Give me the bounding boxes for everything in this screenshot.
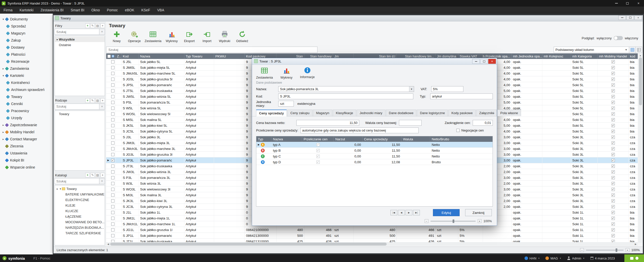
sidebar-item[interactable]: Płatności [0, 51, 53, 58]
mobilny-handel-checkbox[interactable]: ✓ [612, 124, 615, 127]
column-header[interactable]: PKWiU [214, 53, 245, 59]
delete-icon[interactable]: ▤ [95, 23, 100, 28]
mobilny-handel-checkbox[interactable]: ✓ [612, 176, 615, 179]
user-menu[interactable]: Admin ▼ [567, 256, 585, 260]
column-settings-button[interactable] [629, 47, 636, 53]
row-checkbox[interactable] [111, 211, 114, 214]
menu-item[interactable]: KSeF [138, 7, 154, 13]
row-checkbox[interactable] [111, 188, 114, 191]
row-checkbox[interactable] [111, 205, 114, 208]
zoom-slider-thumb[interactable] [616, 248, 617, 252]
list-item[interactable]: MOCOWANIE DO BETO... [55, 219, 105, 225]
column-header[interactable]: Waluta [401, 136, 430, 142]
list-item[interactable]: TARCZE SZLIFIERSKIE [55, 230, 105, 236]
window-maximize-button[interactable] [626, 15, 634, 20]
list-item[interactable]: NARZĘDZIA BUDOWLA... [55, 225, 105, 230]
row-checkbox[interactable] [111, 234, 114, 237]
mobilny-handel-checkbox[interactable]: ✓ [612, 60, 615, 63]
clear-search-icon[interactable]: × [99, 178, 105, 184]
menu-item[interactable]: Kartoteki [16, 7, 37, 13]
mobilny-handel-checkbox[interactable]: ✓ [612, 193, 615, 197]
nazwa-combobox[interactable]: Sok jabłko-pomarańcza 3L ▼ [278, 86, 414, 92]
mobilny-handel-checkbox[interactable]: ✓ [612, 107, 615, 110]
sidebar-item[interactable]: Zlecenia [0, 143, 53, 150]
toolbar-button-operacje[interactable]: Operacje [126, 30, 143, 46]
select-all-checkbox[interactable] [107, 55, 111, 58]
row-checkbox[interactable] [111, 95, 114, 98]
support-panel[interactable] [624, 254, 644, 262]
sidebar-item[interactable]: Ustawienia [0, 150, 53, 157]
row-checkbox[interactable] [111, 107, 114, 110]
prev-record-icon[interactable]: ◀ [398, 210, 405, 215]
tab-kody-paskowe[interactable]: Kody paskowe [448, 110, 476, 116]
sidebar-item[interactable]: Cenniki [0, 100, 53, 107]
zoom-out-button[interactable]: − [580, 248, 584, 252]
price-row[interactable]: ▶Atyp A✓0,0011,50Netto [256, 142, 493, 148]
rounding-field[interactable]: 0,01 [473, 120, 493, 126]
pin-icon[interactable]: ⌖ [100, 98, 105, 103]
sidebar-item[interactable]: Pracownicy [0, 107, 53, 114]
kod-field[interactable]: S JP3L [278, 93, 413, 99]
horizontal-scrollbar[interactable]: ◀ ▶ [106, 242, 638, 246]
chevron-down-icon[interactable]: ▾ [2, 18, 5, 21]
table-row[interactable]: S JP1LSok jabłko-pomarańcArtykuł08642130… [106, 233, 638, 239]
toolbar-button-wykresy[interactable]: Wykresy [163, 30, 181, 46]
zoom-slider-thumb[interactable] [453, 219, 454, 223]
sidebar-item[interactable]: Urzędy [0, 114, 53, 121]
mobilny-handel-checkbox[interactable]: ✓ [612, 188, 615, 191]
typ-field[interactable]: artykuł [430, 93, 493, 99]
row-checkbox[interactable] [111, 83, 114, 87]
tab-pola-w-asne[interactable]: Pola własne [497, 110, 521, 116]
mobilny-handel-checkbox[interactable]: ✓ [612, 136, 615, 139]
column-filter-button[interactable] [636, 47, 642, 53]
tab-magazyn[interactable]: Magazyn [313, 110, 332, 116]
column-header[interactable]: mh Kolejnosc [542, 53, 571, 59]
filtry-search-input[interactable] [55, 29, 99, 35]
column-header[interactable]: Przeliczanie cen [302, 136, 334, 142]
menu-item[interactable]: Smart BI [67, 7, 88, 13]
row-checkbox[interactable] [111, 118, 114, 121]
mobilny-handel-checkbox[interactable]: ✓ [612, 165, 615, 168]
mobilny-handel-checkbox[interactable]: ✓ [612, 112, 615, 116]
add-icon[interactable]: + [85, 23, 90, 28]
delete-icon[interactable]: ▤ [95, 98, 100, 103]
mobilny-handel-checkbox[interactable]: ✓ [612, 83, 615, 87]
menu-item[interactable]: VBA [154, 7, 168, 13]
mobilny-handel-checkbox[interactable]: ✓ [612, 182, 615, 185]
row-checkbox[interactable] [111, 217, 114, 220]
list-item[interactable]: KLEJE [55, 203, 105, 208]
toolbar-button-nowy[interactable]: Nowy [108, 30, 126, 46]
dialog-close-button[interactable]: × [488, 59, 496, 64]
sidebar-item[interactable]: Dostawy [0, 44, 53, 51]
zoom-out-button[interactable]: − [425, 219, 428, 223]
list-item[interactable]: ELEKTRYCZNE [55, 197, 105, 203]
row-checkbox[interactable]: ✓ [111, 159, 114, 162]
list-item[interactable]: Ostatnie [55, 42, 105, 48]
row-checkbox[interactable] [111, 89, 114, 92]
menu-item[interactable]: Firma [0, 7, 16, 13]
row-checkbox[interactable] [111, 112, 114, 116]
tab-ceny-sprzeda-y[interactable]: Ceny sprzedaży [256, 110, 287, 116]
toolbar-button-eksport[interactable]: Eksport [181, 30, 198, 46]
column-header[interactable]: Nazwa [139, 53, 184, 59]
mobilny-handel-checkbox[interactable]: ✓ [612, 199, 615, 203]
scroll-left-icon[interactable]: ◀ [106, 243, 110, 245]
mobilny-handel-checkbox[interactable]: ✓ [612, 78, 615, 81]
dialog-minimize-button[interactable] [472, 59, 480, 64]
sidebar-item[interactable]: Zakup [0, 37, 53, 44]
sidebar-item[interactable]: ▾Dokumenty [0, 16, 53, 23]
mobilny-handel-checkbox[interactable]: ✓ [612, 222, 615, 226]
row-checkbox[interactable] [111, 130, 114, 133]
menu-item[interactable]: Okno [88, 7, 103, 13]
row-checkbox[interactable] [111, 136, 114, 139]
table-search-input[interactable] [106, 47, 317, 53]
column-header[interactable] [106, 53, 116, 59]
chevron-down-icon[interactable]: ▾ [59, 187, 62, 190]
close-button[interactable]: Zamknij [465, 209, 492, 216]
rodzaje-search-input[interactable] [55, 104, 99, 110]
row-checkbox[interactable] [111, 228, 114, 232]
column-header[interactable]: Typ [256, 136, 271, 142]
column-header[interactable]: kod [629, 53, 638, 59]
sidebar-item[interactable]: Kontrahenci [0, 79, 53, 86]
base-price-field[interactable]: 11,50 [296, 120, 359, 126]
